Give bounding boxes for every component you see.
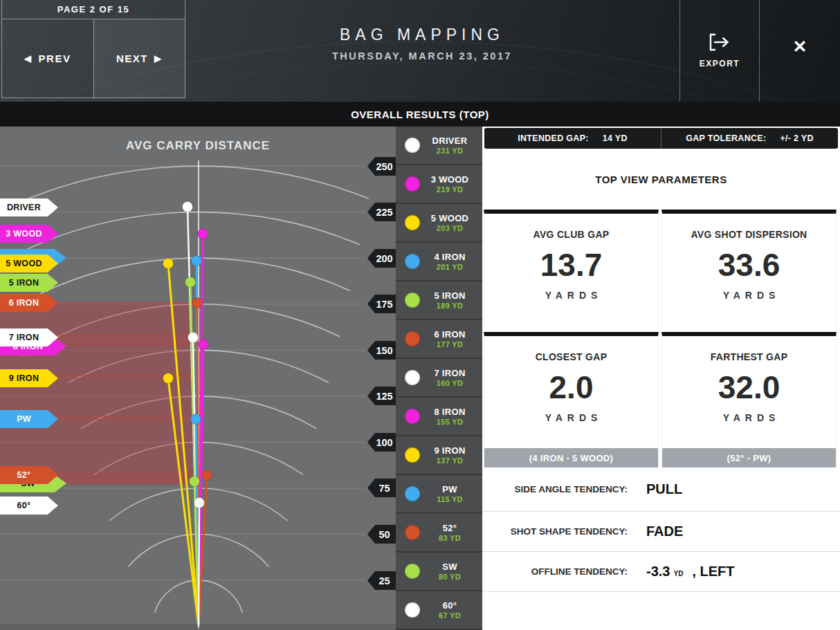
club-carry-distance: 160 YD [420, 380, 480, 387]
club-list-item-5-wood[interactable]: 5 WOOD203 YD [396, 204, 482, 243]
club-carry-distance: 201 YD [420, 263, 480, 271]
club-carry-distance: 115 YD [420, 496, 480, 503]
club-color-dot [405, 138, 420, 153]
club-list-item-4-iron[interactable]: 4 IRON201 YD [396, 243, 482, 281]
tendency-value: -3.3YD, LEFT [646, 564, 734, 580]
club-list-text: PW115 YD [420, 485, 480, 503]
stat-card-unit: YARDS [662, 290, 836, 301]
session-date: THURSDAY, MARCH 23, 2017 [187, 50, 657, 62]
club-tag-60-: 60° [0, 497, 58, 515]
club-list-item-sw[interactable]: SW80 YD [396, 553, 482, 591]
club-list-text: 5 WOOD203 YD [420, 214, 480, 232]
club-color-dot [405, 293, 420, 308]
club-list-item-pw[interactable]: PW115 YD [396, 475, 482, 514]
club-carry-distance: 83 YD [420, 535, 480, 542]
tendency-value: PULL [646, 481, 682, 497]
club-list-item-5-iron[interactable]: 5 IRON189 YD [396, 281, 482, 320]
stat-card-label: AVG SHOT DISPERSION [662, 229, 836, 240]
stat-card-unit: YARDS [484, 290, 658, 301]
stat-card-value: 2.0 [484, 369, 658, 406]
page-title: BAG MAPPING [187, 26, 657, 44]
club-list-text: 6 IRON177 YD [420, 330, 480, 349]
stat-card-unit: YARDS [484, 412, 658, 423]
club-list-item-52-[interactable]: 52°83 YD [396, 514, 482, 553]
shot-line [199, 503, 199, 627]
club-carry-distance: 177 YD [420, 341, 480, 349]
export-icon [709, 33, 731, 54]
club-list-item-60-[interactable]: 60°67 YD [396, 591, 482, 630]
club-carry-distance: 155 YD [420, 418, 480, 426]
shot-dot [185, 277, 196, 288]
club-color-dot [405, 486, 420, 501]
club-tag-52-: 52° [0, 466, 58, 484]
club-carry-distance: 231 YD [420, 147, 480, 155]
shot-dot [192, 256, 202, 266]
distance-arc [10, 258, 350, 310]
tendency-suffix: , LEFT [692, 564, 734, 580]
club-name: 5 IRON [420, 291, 480, 300]
club-list-item-9-iron[interactable]: 9 IRON137 YD [396, 436, 482, 475]
gap-tolerance-value: +/- 2 YD [780, 133, 813, 143]
tendency-row-shot-shape-tendency: SHOT SHAPE TENDENCY:FADE [482, 512, 840, 552]
club-color-dot [405, 215, 420, 230]
club-color-dot [405, 176, 420, 192]
tendency-row-side-angle-tendency: SIDE ANGLE TENDENCY:PULL [482, 467, 840, 512]
close-icon: ✕ [793, 37, 807, 57]
tendency-unit: YD [673, 570, 683, 577]
club-list-text: 52°83 YD [420, 524, 480, 542]
dispersion-chart [0, 127, 396, 630]
club-name: 7 IRON [420, 369, 480, 378]
club-color-dot [405, 602, 420, 618]
gap-tolerance: GAP TOLERANCE: +/- 2 YD [661, 128, 838, 149]
stat-card-farthest-gap: FARTHEST GAP32.0YARDS(52° - PW) [661, 332, 837, 467]
results-section-title: OVERALL RESULTS (TOP) [351, 109, 489, 120]
club-list-text: 60°67 YD [420, 601, 480, 620]
club-name: 8 IRON [420, 407, 480, 416]
club-tag-5-iron: 5 IRON [0, 274, 58, 292]
club-carry-distance: 67 YD [420, 612, 480, 620]
club-list-item-7-iron[interactable]: 7 IRON160 YD [396, 359, 482, 398]
club-tag-6-iron: 6 IRON [0, 294, 58, 312]
club-color-dot [405, 525, 420, 540]
club-list-text: 8 IRON155 YD [420, 407, 480, 426]
tendency-row-offline-tendency: OFFLINE TENDENCY:-3.3YD, LEFT [482, 552, 840, 592]
shot-dot [188, 333, 199, 343]
dispersion-chart-pane: AVG CARRY DISTANCE DRIVER3 WOOD5 WOOD4 I… [0, 127, 396, 630]
club-name: SW [420, 562, 480, 571]
next-arrow-icon: ▶ [154, 53, 163, 64]
club-tag-driver: DRIVER [0, 198, 58, 216]
club-list-item-8-iron[interactable]: 8 IRON155 YD [396, 398, 482, 436]
club-list-text: DRIVER231 YD [420, 136, 480, 155]
close-button[interactable]: ✕ [760, 0, 840, 102]
club-tag-3-wood: 3 WOOD [0, 225, 58, 243]
club-list-item-6-iron[interactable]: 6 IRON177 YD [396, 320, 482, 359]
tendency-value: FADE [646, 524, 683, 539]
export-button[interactable]: EXPORT [680, 0, 759, 102]
next-page-button[interactable]: NEXT ▶ [93, 19, 186, 98]
intended-gap-label: INTENDED GAP: [518, 133, 589, 143]
stat-card-avg-club-gap: AVG CLUB GAP13.7YARDS [484, 210, 659, 328]
stat-card-value: 13.7 [484, 246, 658, 284]
shot-dot [198, 229, 208, 239]
pagination-controls: ◀ PREV NEXT ▶ [1, 19, 185, 98]
club-color-dot [405, 409, 420, 424]
stat-card-label: CLOSEST GAP [484, 351, 658, 362]
club-list-text: SW80 YD [420, 562, 480, 581]
club-list-item-driver[interactable]: DRIVER231 YD [396, 127, 482, 165]
shot-dot [163, 373, 174, 384]
club-tag-9-iron: 9 IRON [0, 369, 58, 387]
shot-dot [192, 298, 203, 308]
club-carry-distance: 203 YD [420, 225, 480, 232]
prev-page-button[interactable]: ◀ PREV [1, 19, 93, 98]
club-carry-distance: 189 YD [420, 302, 480, 310]
shot-dot [202, 470, 212, 481]
shot-dot [183, 202, 193, 212]
app-header: PAGE 2 OF 15 ◀ PREV NEXT ▶ BAG MAPPING T… [0, 0, 840, 102]
stat-card-value: 33.6 [662, 246, 836, 284]
shot-dot [194, 498, 205, 508]
club-list: DRIVER231 YD3 WOOD219 YD5 WOOD203 YD4 IR… [396, 127, 482, 630]
club-list-text: 9 IRON137 YD [420, 446, 480, 465]
club-name: 9 IRON [420, 446, 480, 455]
club-list-item-3-wood[interactable]: 3 WOOD219 YD [396, 165, 482, 204]
club-color-dot [405, 370, 420, 385]
